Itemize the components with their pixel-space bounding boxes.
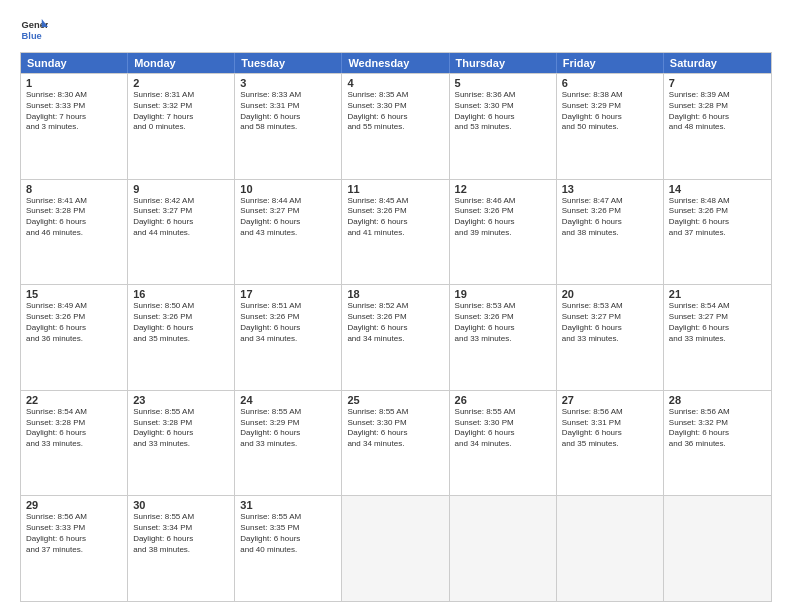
cell-line: Sunset: 3:26 PM	[455, 312, 551, 323]
day-number: 20	[562, 288, 658, 300]
cell-line: Sunrise: 8:33 AM	[240, 90, 336, 101]
cell-line: and 50 minutes.	[562, 122, 658, 133]
cell-line: Sunrise: 8:31 AM	[133, 90, 229, 101]
day-number: 17	[240, 288, 336, 300]
cell-line: and 36 minutes.	[669, 439, 766, 450]
cell-line: and 33 minutes.	[562, 334, 658, 345]
cell-line: Sunrise: 8:55 AM	[133, 512, 229, 523]
cell-line: and 53 minutes.	[455, 122, 551, 133]
cell-line: Sunset: 3:28 PM	[133, 418, 229, 429]
calendar-cell: 3Sunrise: 8:33 AMSunset: 3:31 PMDaylight…	[235, 74, 342, 179]
day-number: 4	[347, 77, 443, 89]
cell-line: and 0 minutes.	[133, 122, 229, 133]
cell-line: and 46 minutes.	[26, 228, 122, 239]
cell-line: Sunset: 3:28 PM	[669, 101, 766, 112]
cell-line: and 36 minutes.	[26, 334, 122, 345]
cell-line: and 3 minutes.	[26, 122, 122, 133]
cell-line: and 48 minutes.	[669, 122, 766, 133]
cell-line: Daylight: 6 hours	[455, 323, 551, 334]
cell-line: Daylight: 6 hours	[347, 323, 443, 334]
calendar-cell	[450, 496, 557, 601]
calendar-cell: 4Sunrise: 8:35 AMSunset: 3:30 PMDaylight…	[342, 74, 449, 179]
cell-line: Daylight: 6 hours	[455, 217, 551, 228]
calendar-cell: 5Sunrise: 8:36 AMSunset: 3:30 PMDaylight…	[450, 74, 557, 179]
cell-line: Sunset: 3:30 PM	[347, 101, 443, 112]
cell-line: Daylight: 6 hours	[133, 534, 229, 545]
day-number: 25	[347, 394, 443, 406]
cell-line: Daylight: 6 hours	[562, 323, 658, 334]
cell-line: Sunset: 3:29 PM	[562, 101, 658, 112]
day-number: 18	[347, 288, 443, 300]
calendar-cell: 28Sunrise: 8:56 AMSunset: 3:32 PMDayligh…	[664, 391, 771, 496]
cell-line: Sunrise: 8:54 AM	[26, 407, 122, 418]
calendar-cell: 14Sunrise: 8:48 AMSunset: 3:26 PMDayligh…	[664, 180, 771, 285]
cell-line: Daylight: 6 hours	[240, 217, 336, 228]
cell-line: and 34 minutes.	[347, 334, 443, 345]
cell-line: Sunset: 3:26 PM	[133, 312, 229, 323]
header-day-friday: Friday	[557, 53, 664, 73]
calendar-row-5: 29Sunrise: 8:56 AMSunset: 3:33 PMDayligh…	[21, 495, 771, 601]
day-number: 24	[240, 394, 336, 406]
cell-line: Sunset: 3:27 PM	[669, 312, 766, 323]
cell-line: and 40 minutes.	[240, 545, 336, 556]
cell-line: Sunrise: 8:38 AM	[562, 90, 658, 101]
day-number: 30	[133, 499, 229, 511]
cell-line: Sunset: 3:29 PM	[240, 418, 336, 429]
cell-line: Sunrise: 8:55 AM	[455, 407, 551, 418]
cell-line: and 34 minutes.	[347, 439, 443, 450]
cell-line: Daylight: 6 hours	[240, 428, 336, 439]
cell-line: Daylight: 6 hours	[133, 323, 229, 334]
day-number: 6	[562, 77, 658, 89]
cell-line: and 38 minutes.	[562, 228, 658, 239]
cell-line: and 33 minutes.	[669, 334, 766, 345]
header-day-saturday: Saturday	[664, 53, 771, 73]
day-number: 8	[26, 183, 122, 195]
calendar-cell: 27Sunrise: 8:56 AMSunset: 3:31 PMDayligh…	[557, 391, 664, 496]
day-number: 26	[455, 394, 551, 406]
cell-line: Sunset: 3:27 PM	[562, 312, 658, 323]
cell-line: Sunrise: 8:36 AM	[455, 90, 551, 101]
calendar-cell: 22Sunrise: 8:54 AMSunset: 3:28 PMDayligh…	[21, 391, 128, 496]
cell-line: Daylight: 6 hours	[240, 323, 336, 334]
cell-line: Daylight: 6 hours	[240, 534, 336, 545]
calendar-cell	[664, 496, 771, 601]
page: General Blue SundayMondayTuesdayWednesda…	[0, 0, 792, 612]
cell-line: and 58 minutes.	[240, 122, 336, 133]
cell-line: and 37 minutes.	[669, 228, 766, 239]
cell-line: and 38 minutes.	[133, 545, 229, 556]
cell-line: Sunset: 3:31 PM	[240, 101, 336, 112]
calendar-header: SundayMondayTuesdayWednesdayThursdayFrid…	[21, 53, 771, 73]
cell-line: Sunset: 3:33 PM	[26, 101, 122, 112]
calendar-row-1: 1Sunrise: 8:30 AMSunset: 3:33 PMDaylight…	[21, 73, 771, 179]
day-number: 7	[669, 77, 766, 89]
calendar-row-3: 15Sunrise: 8:49 AMSunset: 3:26 PMDayligh…	[21, 284, 771, 390]
cell-line: and 33 minutes.	[240, 439, 336, 450]
cell-line: Sunset: 3:26 PM	[455, 206, 551, 217]
day-number: 28	[669, 394, 766, 406]
header-day-tuesday: Tuesday	[235, 53, 342, 73]
cell-line: and 44 minutes.	[133, 228, 229, 239]
header-day-sunday: Sunday	[21, 53, 128, 73]
cell-line: Daylight: 6 hours	[669, 112, 766, 123]
cell-line: Sunrise: 8:53 AM	[455, 301, 551, 312]
cell-line: Sunrise: 8:55 AM	[240, 407, 336, 418]
header-day-thursday: Thursday	[450, 53, 557, 73]
calendar-cell: 8Sunrise: 8:41 AMSunset: 3:28 PMDaylight…	[21, 180, 128, 285]
cell-line: and 33 minutes.	[133, 439, 229, 450]
calendar-cell: 11Sunrise: 8:45 AMSunset: 3:26 PMDayligh…	[342, 180, 449, 285]
cell-line: Sunrise: 8:56 AM	[562, 407, 658, 418]
cell-line: Sunrise: 8:42 AM	[133, 196, 229, 207]
cell-line: Sunrise: 8:35 AM	[347, 90, 443, 101]
cell-line: Sunrise: 8:49 AM	[26, 301, 122, 312]
calendar: SundayMondayTuesdayWednesdayThursdayFrid…	[20, 52, 772, 602]
cell-line: Daylight: 6 hours	[133, 428, 229, 439]
logo: General Blue	[20, 16, 48, 44]
cell-line: Daylight: 6 hours	[26, 428, 122, 439]
calendar-cell: 19Sunrise: 8:53 AMSunset: 3:26 PMDayligh…	[450, 285, 557, 390]
cell-line: Sunset: 3:32 PM	[133, 101, 229, 112]
calendar-row-2: 8Sunrise: 8:41 AMSunset: 3:28 PMDaylight…	[21, 179, 771, 285]
cell-line: Sunset: 3:27 PM	[133, 206, 229, 217]
cell-line: Daylight: 6 hours	[455, 112, 551, 123]
day-number: 3	[240, 77, 336, 89]
day-number: 27	[562, 394, 658, 406]
